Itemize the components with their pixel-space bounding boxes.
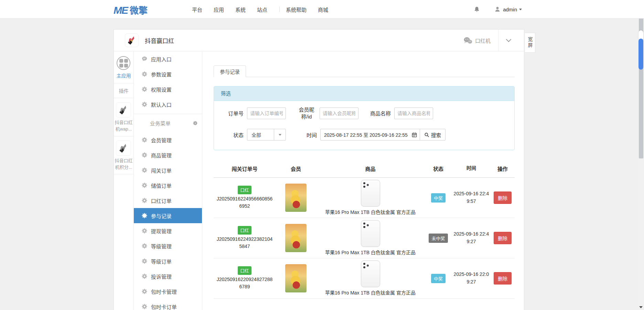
scrollbar-thumb[interactable] [639,7,643,158]
status-select[interactable]: 全部 [247,129,286,141]
member-avatar [285,184,307,212]
account-selector[interactable]: 口红机 [463,37,491,44]
menu-item-default-entry[interactable]: 默认入口 [134,97,202,112]
product-name: 苹果16 Pro Max 1TB 白色钛金属 官方正品 [325,209,416,216]
nav-apps[interactable]: 应用 [214,6,224,13]
filter-panel: 筛选 订单号 会员昵称/id 商品名称 状态 全部 时间 [214,86,515,150]
col-header-status: 状态 [425,165,452,172]
time-range-input[interactable]: 2025-08-17 22:55 至 2025-09-16 22:55 [320,129,420,141]
delete-button[interactable]: 删除 [494,232,512,244]
rail-item-main-app[interactable]: 主应用 [114,51,133,83]
member-nickname-label: 会员昵称/id [297,106,316,120]
menu-item-label: 商品管理 [151,152,172,159]
gear-icon [142,71,147,77]
widescreen-toggle[interactable]: 宽屏 [525,33,535,53]
status-label: 状态 [225,131,244,138]
gear-icon [142,183,147,188]
product-name-input[interactable] [394,107,433,119]
rail-item-plugin-wap[interactable]: 抖音口红机wap... [114,98,133,136]
tab-participation-records[interactable]: 参与记录 [214,65,246,77]
menu-item-label: 应用入口 [151,55,172,63]
order-number-input[interactable] [247,107,286,119]
main-app-grid-icon [117,56,130,70]
user-icon [494,6,501,12]
gear-icon [142,304,147,309]
content-area: 参与记录 筛选 订单号 会员昵称/id 商品名称 状态 全部 [202,51,524,310]
menu-item-app-entry[interactable]: 应用入口 [134,51,202,66]
delete-button[interactable]: 删除 [494,272,512,285]
menu-item-parameter-settings[interactable]: 参数设置 [134,66,202,82]
menu-item-label: 参数设置 [151,71,172,78]
chat-bubble-icon [142,56,147,62]
rail-item-plugin-points[interactable]: 抖音口红机积分... [114,136,133,175]
account-label: 口红机 [475,37,491,44]
menu-item-time-card-management[interactable]: 包时卡管理 [134,284,202,299]
gear-icon [142,258,147,264]
record-time: 2025-09-16 22:09:27 [453,271,490,286]
menu-item-level-orders[interactable]: 等级订单 [134,254,202,269]
table-row: 口红 J202509162249223821045847 苹果16 Pro Ma… [214,218,515,258]
menu-item-label: 闯关订单 [151,167,172,174]
menu-item-label: 储值订单 [151,182,172,189]
menu-item-time-card-orders[interactable]: 包时卡订单 [134,299,202,310]
order-number-label: 订单号 [225,110,244,117]
table-header-row: 闯关订单号 会员 商品 状态 时间 操作 [214,159,515,178]
col-header-time: 时间 [452,165,491,172]
menu-item-label: 投诉管理 [151,273,172,280]
menu-item-permission-settings[interactable]: 权限设置 [134,82,202,97]
gear-icon [142,289,147,294]
menu-item-label: 参与记录 [151,212,172,219]
type-badge: 口红 [238,186,251,194]
app-rail: 主应用 插件 抖音口红机wap... 抖音口红机积分... [114,51,134,310]
menu-item-challenge-orders[interactable]: 闯关订单 [134,163,202,178]
search-button[interactable]: 搜索 [420,129,446,141]
nav-sites[interactable]: 站点 [257,6,267,13]
weengine-logo[interactable]: ME 微擎 [114,3,148,16]
menu-item-member-management[interactable]: 会员管理 [134,132,202,147]
menu-item-product-management[interactable]: 商品管理 [134,147,202,163]
product-image [361,220,380,247]
order-number: J202509162249566608566952 [216,195,273,210]
delete-button[interactable]: 删除 [494,192,512,204]
nav-platform[interactable]: 平台 [192,6,202,13]
member-avatar [285,264,307,292]
time-range-value: 2025-08-17 22:55 至 2025-09-16 22:55 [324,131,412,138]
type-badge: 口红 [238,226,251,235]
product-name-label: 商品名称 [370,110,391,117]
col-header-action: 操作 [491,165,515,172]
section-settings-gear-icon[interactable] [193,121,197,125]
nav-system[interactable]: 系统 [235,6,246,13]
menu-item-label: 权限设置 [151,86,172,93]
gear-icon [142,137,147,143]
collapse-button[interactable] [498,30,518,51]
menu-item-level-management[interactable]: 等级管理 [134,238,202,254]
floating-widget-blue[interactable] [638,39,643,70]
menu-item-stored-value-orders[interactable]: 储值订单 [134,178,202,193]
logo-cn-text: 微擎 [130,3,148,16]
menu-item-participation-records[interactable]: 参与记录 [134,208,202,223]
col-header-challenge-order: 闯关订单号 [214,165,276,172]
menu-item-lipstick-orders[interactable]: 口红订单 [134,193,202,208]
menu-item-complaint-management[interactable]: 投诉管理 [134,269,202,284]
col-header-member: 会员 [276,165,316,172]
member-avatar [285,224,307,252]
plugin-lipstick-icon [117,104,130,116]
nav-system-help[interactable]: 系统帮助 [286,6,307,13]
logo-me-text: ME [114,4,128,16]
user-menu[interactable]: admin [494,6,522,12]
menu-item-label: 口红订单 [151,197,172,204]
nav-store[interactable]: 商城 [318,6,328,13]
username: admin [503,7,517,12]
menu-item-withdrawal-management[interactable]: 提现管理 [134,223,202,238]
calendar-icon [412,132,417,137]
notification-bell-icon[interactable] [474,6,480,12]
top-navigation: 平台 应用 系统 站点 系统帮助 商城 [192,0,340,19]
widescreen-label: 宽屏 [527,37,534,49]
sidebar-menu: 应用入口 参数设置 权限设置 默认入口 业务菜单 会员管理 [134,51,202,310]
main-app-label: 主应用 [114,72,133,79]
member-nickname-input[interactable] [320,107,358,119]
col-header-product: 商品 [316,165,425,172]
scrollbar-down-arrow-icon[interactable] [639,306,643,308]
plugins-label: 插件 [114,83,133,98]
app-title: 抖音赢口红 [145,36,174,45]
